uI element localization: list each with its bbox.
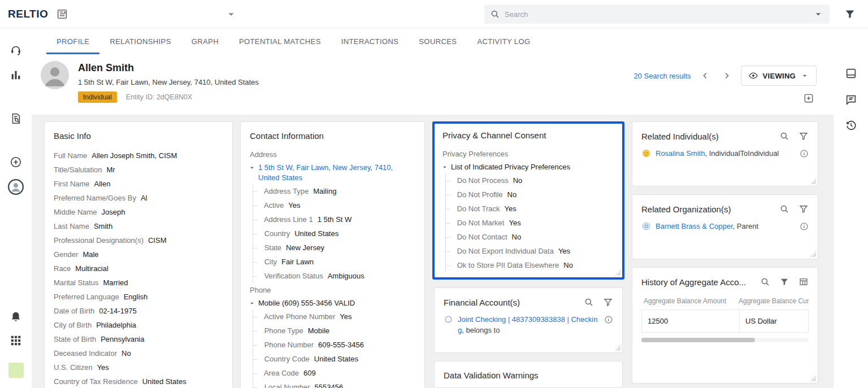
basic-info-card: Basic Info Full Name Allen Joseph Smith,… bbox=[44, 121, 233, 388]
field-row: State of Birth Pennsylvania bbox=[54, 332, 223, 346]
person-smiley-icon bbox=[641, 149, 651, 158]
search-scope-caret-icon[interactable] bbox=[813, 8, 824, 20]
global-search-bar[interactable] bbox=[484, 5, 830, 24]
document-search-icon[interactable] bbox=[10, 112, 22, 125]
filter-icon[interactable] bbox=[798, 131, 809, 141]
field-row: Deceased Indicator No bbox=[54, 346, 223, 360]
search-icon[interactable] bbox=[760, 277, 770, 287]
resize-handle[interactable] bbox=[810, 178, 816, 184]
privacy-group-node: List of Indicated Privacy Preferences bbox=[442, 162, 614, 172]
resize-handle[interactable] bbox=[614, 269, 620, 276]
support-headset-icon[interactable] bbox=[10, 43, 22, 56]
reltio-logo: RELTIO bbox=[8, 8, 48, 20]
relation-suffix: , belongs to bbox=[462, 326, 500, 334]
related-organizations-card: Related Organization(s) Barnett Brass & … bbox=[632, 194, 818, 259]
filter-icon[interactable] bbox=[603, 297, 613, 307]
tab-graph[interactable]: GRAPH bbox=[181, 28, 229, 54]
phone-node: Mobile (609) 555-3456 VALID bbox=[250, 298, 415, 308]
card-title: Basic Info bbox=[54, 131, 223, 141]
field-row: CityFair Lawn bbox=[253, 255, 415, 269]
history-table-header: Aggregate Balance Amount Aggregate Balan… bbox=[641, 294, 809, 309]
related-individual-link[interactable]: Rosalina Smith bbox=[656, 149, 705, 158]
search-input[interactable] bbox=[505, 10, 808, 19]
search-icon[interactable] bbox=[584, 297, 594, 307]
field-row: Middle Name Joseph bbox=[54, 205, 223, 219]
tab-profile[interactable]: PROFILE bbox=[46, 28, 99, 54]
privacy-consent-card: Privacy & Channel Consent Privacy Prefer… bbox=[432, 121, 624, 280]
field-row: Do Not ProcessNo bbox=[446, 173, 614, 188]
add-note-icon[interactable] bbox=[803, 93, 814, 104]
field-row: Country of Tax Residence United States bbox=[54, 374, 223, 388]
relation-suffix: , Parent bbox=[733, 222, 759, 230]
relation-suffix: , IndividualToIndividual bbox=[705, 149, 779, 158]
search-icon[interactable] bbox=[779, 131, 789, 141]
search-results-link[interactable]: 20 Search results bbox=[633, 72, 691, 80]
field-row: Preferred Language English bbox=[54, 290, 223, 304]
column-privacy: Privacy & Channel Consent Privacy Prefer… bbox=[432, 121, 624, 388]
viewing-mode-button[interactable]: VIEWING bbox=[741, 66, 817, 86]
field-row: CountryUnited States bbox=[253, 226, 415, 241]
resize-handle[interactable] bbox=[810, 251, 816, 257]
tab-interactions[interactable]: INTERACTIONS bbox=[331, 28, 409, 54]
field-row: Area Code609 bbox=[253, 366, 415, 380]
next-result-chevron-icon[interactable] bbox=[719, 71, 734, 81]
scrollbar-thumb[interactable] bbox=[641, 338, 755, 342]
field-row: Marital Status Married bbox=[54, 276, 223, 290]
right-rail bbox=[834, 28, 868, 388]
field-row: Active Phone NumberYes bbox=[253, 309, 415, 324]
basic-info-fields: Full Name Allen Joseph Smith, CISM Title… bbox=[54, 149, 223, 388]
resize-handle[interactable] bbox=[614, 345, 620, 351]
card-title: Data Validation Warnings bbox=[444, 370, 613, 380]
contact-info-card: Contact Information Address 1 5th St W, … bbox=[240, 121, 425, 388]
field-row: Do Not ContactNo bbox=[446, 230, 614, 244]
profile-tabs: PROFILE RELATIONSHIPS GRAPH POTENTIAL MA… bbox=[32, 28, 834, 54]
field-row: Gender Male bbox=[54, 247, 223, 261]
table-view-icon[interactable] bbox=[798, 277, 809, 287]
account-ring-icon bbox=[444, 315, 453, 324]
tab-relationships[interactable]: RELATIONSHIPS bbox=[99, 28, 181, 54]
field-row: Do Not TrackYes bbox=[446, 202, 614, 216]
comments-icon[interactable] bbox=[845, 94, 857, 106]
filter-icon[interactable] bbox=[798, 204, 809, 214]
card-title: Contact Information bbox=[250, 131, 415, 141]
related-organization-link[interactable]: Barnett Brass & Copper bbox=[656, 222, 733, 230]
tenant-dropdown-caret-icon[interactable] bbox=[225, 8, 237, 20]
field-row: Do Not Export Individual DataYes bbox=[446, 244, 614, 258]
tab-potential-matches[interactable]: POTENTIAL MATCHES bbox=[229, 28, 331, 54]
tab-sources[interactable]: SOURCES bbox=[409, 28, 467, 54]
phone-section-label: Phone bbox=[250, 284, 415, 297]
resize-handle[interactable] bbox=[810, 375, 816, 381]
field-row: Address Line 11 5th St W bbox=[253, 212, 415, 226]
phone-value[interactable]: Mobile (609) 555-3456 VALID bbox=[258, 299, 355, 307]
news-icon[interactable] bbox=[56, 8, 68, 20]
search-icon[interactable] bbox=[779, 204, 789, 214]
horizontal-scrollbar[interactable] bbox=[641, 338, 809, 342]
info-icon[interactable] bbox=[800, 149, 809, 158]
prev-result-chevron-icon[interactable] bbox=[698, 71, 713, 81]
address-section-label: Address bbox=[250, 149, 415, 161]
tab-activity-log[interactable]: ACTIVITY LOG bbox=[467, 28, 540, 54]
related-individual-row: Rosalina Smith, IndividualToIndividual bbox=[641, 148, 809, 159]
notifications-bell-icon[interactable] bbox=[10, 311, 22, 323]
info-icon[interactable] bbox=[604, 315, 613, 324]
collapse-caret-icon[interactable] bbox=[441, 163, 449, 171]
add-circle-icon[interactable] bbox=[10, 156, 22, 168]
info-icon[interactable] bbox=[800, 222, 809, 231]
apps-grid-icon[interactable] bbox=[10, 334, 22, 347]
filter-icon[interactable] bbox=[779, 277, 789, 287]
card-title: Related Individual(s) bbox=[641, 132, 770, 141]
column-header: Aggregate Balance Amount bbox=[641, 297, 739, 305]
pendo-badge[interactable] bbox=[8, 363, 24, 378]
collapse-caret-icon[interactable] bbox=[248, 164, 256, 172]
field-row: Ok to Store PII Data ElsewhereNo bbox=[446, 258, 614, 272]
panel-icon[interactable] bbox=[845, 67, 857, 80]
bar-chart-icon[interactable] bbox=[10, 69, 22, 81]
field-row: Preferred Name/Goes By Al bbox=[54, 191, 223, 205]
profile-person-icon[interactable] bbox=[7, 178, 24, 195]
collapse-caret-icon[interactable] bbox=[248, 299, 256, 307]
address-link[interactable]: 1 5th St W, Fair Lawn, New Jersey, 7410,… bbox=[258, 163, 393, 182]
field-row: Local Number5553456 bbox=[253, 380, 415, 388]
history-icon[interactable] bbox=[845, 119, 857, 132]
filter-icon[interactable] bbox=[844, 8, 856, 20]
address-fields: Address TypeMailing ActiveYes Address Li… bbox=[253, 184, 415, 283]
